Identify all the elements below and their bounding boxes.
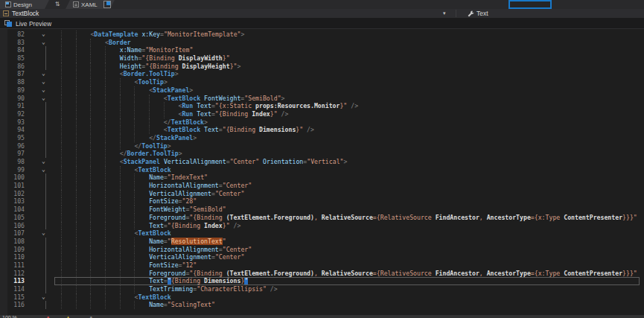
code-line[interactable]: 97</Border.ToolTip> <box>0 150 644 158</box>
fold-chevron-icon[interactable]: ⌄ <box>42 78 45 86</box>
code-line[interactable]: 101HorizontalAlignment="Center" <box>0 182 644 190</box>
code-line[interactable]: 102VerticalAlignment="Center" <box>0 190 644 198</box>
outlining-margin: ⌄ <box>25 166 61 174</box>
popout-pane-button[interactable] <box>103 1 111 8</box>
code-line[interactable]: 92<Run Text="{Binding Index}" /> <box>0 110 644 118</box>
code-line[interactable]: 84x:Name="MonitorItem" <box>0 46 644 54</box>
zoom-level[interactable]: 100 % <box>2 315 17 318</box>
code-line[interactable]: 111FontSize="12" <box>0 261 644 270</box>
code-line[interactable]: 90⌄<TextBlock FontWeight="SemiBold"> <box>0 95 644 103</box>
indent-guide <box>61 190 76 198</box>
code-line[interactable]: 87⌄<Border.ToolTip> <box>0 70 644 78</box>
warning-count-icon[interactable]: ▲ <box>66 315 70 318</box>
token-a: TextTrimming <box>149 285 193 293</box>
token-a: VerticalAlignment <box>149 190 211 197</box>
code-line[interactable]: 98⌄<StackPanel VerticalAlignment="Center… <box>0 158 644 166</box>
code-line[interactable]: 83⌄<Border <box>0 39 644 47</box>
fold-chevron-icon[interactable]: ⌄ <box>42 229 45 238</box>
fold-chevron-icon[interactable]: ⌄ <box>42 86 45 95</box>
text-property-tool[interactable]: Text <box>468 10 488 17</box>
code-line[interactable]: 116Name="ScalingText" <box>0 301 644 309</box>
code-line[interactable]: 85Width="{Binding DisplayWidth}" <box>0 54 644 63</box>
line-number: 105 <box>0 214 25 222</box>
breadcrumb-element[interactable]: TextBlock <box>12 10 39 17</box>
line-number: 111 <box>0 261 25 270</box>
code-line[interactable]: 93</TextBlock> <box>0 118 644 127</box>
indent-guide <box>134 102 149 110</box>
line-number: 88 <box>0 78 25 86</box>
element-icon <box>3 10 9 16</box>
indent-guide <box>61 238 76 246</box>
focused-toolbar-box[interactable] <box>508 0 552 9</box>
indent-guide <box>61 70 76 78</box>
code-line[interactable]: 108Name="ResolutionText" <box>0 238 644 246</box>
token-a: Orientation <box>263 158 303 165</box>
indent-guide <box>90 253 105 261</box>
code-line[interactable]: 106Text="{Binding Index}" /> <box>0 222 644 230</box>
token-a: Name <box>149 301 164 308</box>
code-line[interactable]: 109HorizontalAlignment="Center" <box>0 246 644 254</box>
token-a: VerticalAlignment <box>164 158 226 165</box>
code-line[interactable]: 95</StackPanel> <box>0 134 644 142</box>
code-line[interactable]: 110VerticalAlignment="Center" <box>0 253 644 261</box>
token-s: }" <box>223 222 230 229</box>
swap-panes-button[interactable]: ⇅ <box>51 0 64 9</box>
fold-guide-line <box>45 102 46 110</box>
fold-chevron-icon[interactable]: ⌄ <box>42 39 45 47</box>
live-preview-bar[interactable]: Live Preview <box>0 19 644 29</box>
code-line[interactable]: 86Height="{Binding DisplayHeight}"> <box>0 63 644 71</box>
indent-guide <box>76 110 91 118</box>
code-line[interactable]: 104FontWeight="SemiBold" <box>0 206 644 214</box>
xaml-code-editor[interactable]: 82⌄<DataTemplate x:Key="MonitorItemTempl… <box>0 29 644 315</box>
outlining-margin <box>25 182 61 190</box>
fold-chevron-icon[interactable]: ⌄ <box>42 158 45 166</box>
indent-guide <box>105 110 120 118</box>
outlining-margin <box>25 110 61 118</box>
line-number: 98 <box>0 158 25 166</box>
code-text: <StackPanel VerticalAlignment="Center" O… <box>61 158 644 166</box>
fold-chevron-icon[interactable]: ⌄ <box>42 95 45 103</box>
fold-chevron-icon[interactable]: ⌄ <box>42 166 45 174</box>
indent-guide <box>76 39 91 47</box>
fold-guide-line <box>45 150 46 158</box>
tab-design[interactable]: Design <box>0 0 49 9</box>
code-text: <Run Text="{Binding Index}" /> <box>61 110 644 118</box>
indent-guide <box>105 285 120 293</box>
fold-chevron-icon[interactable]: ⌄ <box>42 70 45 78</box>
code-line[interactable]: 99⌄<TextBlock <box>0 166 644 174</box>
code-line[interactable]: 103FontSize="28" <box>0 197 644 206</box>
token-e: TextBlock <box>168 95 200 102</box>
code-line[interactable]: 94<TextBlock Text="{Binding Dimensions}"… <box>0 126 644 134</box>
token-f: ResolutionText <box>171 238 223 245</box>
fold-chevron-icon[interactable]: ⌄ <box>42 293 45 302</box>
error-count-icon[interactable]: ● <box>47 315 50 318</box>
token-a: Foreground <box>149 270 185 277</box>
code-line[interactable]: 88⌄<ToolTip> <box>0 78 644 86</box>
code-line[interactable]: 113Text="{Binding Dimensions}" <box>0 277 644 285</box>
code-line[interactable]: 112Foreground="{Binding (TextElement.For… <box>0 270 644 278</box>
line-number: 97 <box>0 150 25 158</box>
line-number: 91 <box>0 102 25 110</box>
code-line[interactable]: 100Name="IndexText" <box>0 174 644 182</box>
token-p: AncestorType <box>487 270 531 277</box>
indent-guide <box>120 197 135 206</box>
code-text: FontSize="12" <box>61 261 644 270</box>
indent-guide <box>90 142 105 150</box>
tab-xaml-label: XAML <box>81 1 98 8</box>
fold-chevron-icon[interactable]: ⌄ <box>42 31 45 39</box>
code-line[interactable]: 114TextTrimming="CharacterEllipsis" /> <box>0 285 644 293</box>
code-line[interactable]: 105Foreground="{Binding (TextElement.For… <box>0 214 644 222</box>
indent-guide <box>61 126 76 134</box>
code-line[interactable]: 115⌄<TextBlock <box>0 293 644 302</box>
code-line[interactable]: 96</ToolTip> <box>0 142 644 150</box>
breadcrumb-dropdown-caret[interactable]: ▾ <box>443 10 446 16</box>
message-count-icon[interactable]: ● <box>89 315 92 318</box>
indent-guide <box>90 270 105 278</box>
code-line[interactable]: 107⌄<TextBlock <box>0 229 644 238</box>
code-line[interactable]: 89⌄<StackPanel> <box>0 86 644 95</box>
token-s: ={x:Type <box>531 270 564 277</box>
code-line[interactable]: 91<Run Text="{x:Static props:Resources.M… <box>0 102 644 110</box>
line-number: 108 <box>0 238 25 246</box>
code-line[interactable]: 82⌄<DataTemplate x:Key="MonitorItemTempl… <box>0 31 644 39</box>
token-s: "{Binding <box>189 270 226 277</box>
